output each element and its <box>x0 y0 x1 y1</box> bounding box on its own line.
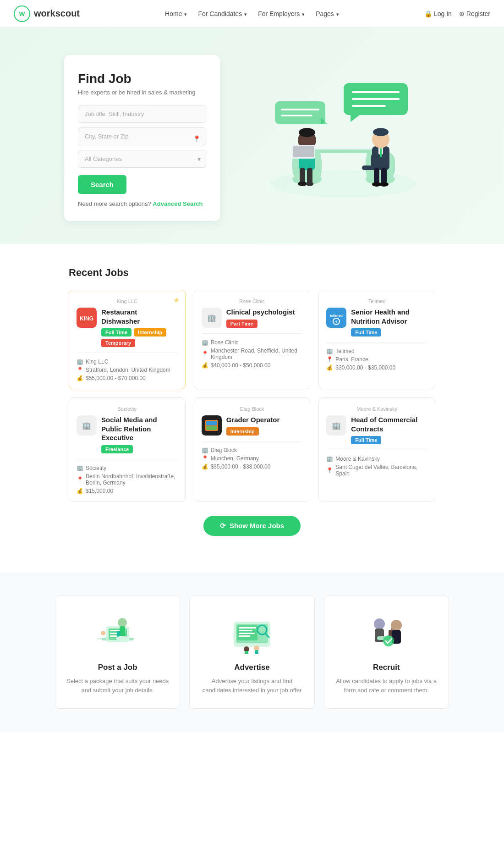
chevron-down-icon <box>335 10 339 17</box>
job-title: Clinical psychologist <box>226 308 295 317</box>
logo-text: workscout <box>34 8 80 19</box>
company-meta-row: 🏢 King LLC <box>77 359 178 365</box>
job-card[interactable]: Diag Block Grader Operator Internship 🏢 … <box>194 397 311 502</box>
nav-employers[interactable]: For Employers <box>258 10 305 17</box>
job-badge: Full Time <box>351 328 381 336</box>
svg-text:🏢: 🏢 <box>82 421 91 430</box>
show-more-wrap: ⟳ Show More Jobs <box>69 516 435 536</box>
job-badge: Full Time <box>101 328 131 336</box>
salary-meta: $40,000.00 - $50,000.00 <box>211 362 271 369</box>
svg-text:+: + <box>335 320 338 324</box>
salary-icon: 💰 <box>202 362 208 369</box>
feature-illustration <box>95 612 141 654</box>
job-badges: Part Time <box>226 320 295 328</box>
nav-home[interactable]: Home <box>165 10 187 17</box>
location-meta-row: 📍 Berlin Nordbahnhof, Invalidenstraße, B… <box>77 473 178 486</box>
svg-rect-19 <box>293 146 314 157</box>
svg-rect-64 <box>97 638 115 640</box>
job-title-input[interactable] <box>78 105 206 123</box>
location-icon: 📍 <box>77 476 83 483</box>
company-logo: KING <box>77 308 97 328</box>
location-meta: Munchen, Germany <box>211 455 259 462</box>
job-badges: Full Time <box>351 436 427 444</box>
hero-svg <box>261 74 426 202</box>
job-card[interactable]: Societity 🏢 Social Media and Public Rela… <box>69 397 186 502</box>
job-card-header: 🏢 Social Media and Public Relation Execu… <box>77 415 178 453</box>
location-input[interactable] <box>78 127 206 145</box>
svg-rect-70 <box>239 633 255 634</box>
feature-title: Recruit <box>335 663 438 672</box>
job-meta: 🏢 Rose Clinic 📍 Manchester Road, Sheffie… <box>202 339 303 369</box>
show-more-button[interactable]: ⟳ Show More Jobs <box>203 516 301 536</box>
salary-meta: $55,000.00 - $70,000.00 <box>86 375 146 381</box>
company-meta: Moore & Kavinsky <box>335 456 380 462</box>
company-meta: King LLC <box>86 359 108 365</box>
job-card[interactable]: Rose Clinic 🏢 Clinical psychologist Part… <box>194 290 311 389</box>
salary-meta-row: 💰 $35,000.00 - $38,000.00 <box>202 463 303 470</box>
nav-pages[interactable]: Pages <box>316 10 339 17</box>
building-icon: 🏢 <box>202 339 208 346</box>
salary-icon: 💰 <box>202 463 208 470</box>
category-select[interactable]: All Categories <box>78 150 206 168</box>
building-icon: 🏢 <box>326 456 333 462</box>
job-card-header: KING Restaurant Dishwasher Full TimeInte… <box>77 308 178 347</box>
feature-title: Advertise <box>201 663 303 672</box>
company-logo: 🏢 <box>202 308 222 328</box>
chevron-down-icon <box>183 10 187 17</box>
job-badge: Part Time <box>226 320 257 328</box>
svg-point-84 <box>391 620 402 631</box>
logo-letter: w <box>19 10 25 18</box>
job-card[interactable]: Moore & Kavinsky 🏢 Head of Commercial Co… <box>318 397 435 502</box>
company-meta: Telimed <box>335 348 354 354</box>
search-button[interactable]: Search <box>78 175 126 194</box>
company-name-top: Moore & Kavinsky <box>326 406 427 412</box>
navbar: w workscout Home For Candidates For Empl… <box>0 0 504 28</box>
divider <box>202 333 303 334</box>
svg-point-86 <box>383 635 394 646</box>
job-card[interactable]: ★ King LLC KING Restaurant Dishwasher Fu… <box>69 290 186 389</box>
svg-rect-78 <box>255 650 258 654</box>
login-link[interactable]: 🔒 Log In <box>424 10 452 17</box>
salary-meta-row: 💰 $30,000.00 - $35,000.00 <box>326 364 427 371</box>
svg-point-63 <box>101 631 105 635</box>
register-link[interactable]: ⊕ Register <box>459 10 490 17</box>
job-card[interactable]: Telimed telimed+ Senior Health and Nutri… <box>318 290 435 389</box>
refresh-icon: ⟳ <box>220 522 226 530</box>
salary-icon: 💰 <box>77 488 83 494</box>
salary-icon: 💰 <box>326 364 333 371</box>
company-meta-row: 🏢 Diag Block <box>202 447 303 453</box>
svg-rect-71 <box>239 635 250 637</box>
location-meta: Paris, France <box>335 356 368 363</box>
salary-meta-row: 💰 $55,000.00 - $70,000.00 <box>77 375 178 381</box>
svg-point-22 <box>298 182 307 186</box>
job-badges: Full Time <box>351 328 427 336</box>
job-title: Grader Operator <box>226 415 280 425</box>
job-badges: Internship <box>226 427 280 436</box>
salary-meta: $35,000.00 - $38,000.00 <box>211 463 271 470</box>
building-icon: 🏢 <box>326 348 333 354</box>
feature-description: Advertise your listings and find candida… <box>201 677 303 696</box>
svg-marker-5 <box>351 115 360 122</box>
job-meta: 🏢 Societity 📍 Berlin Nordbahnhof, Invali… <box>77 465 178 494</box>
location-meta: Berlin Nordbahnhof, Invalidenstraße, Ber… <box>86 473 178 486</box>
job-badge: Full Time <box>351 436 381 444</box>
company-name-top: King LLC <box>77 298 178 304</box>
logo-link[interactable]: w workscout <box>14 6 80 22</box>
svg-rect-6 <box>275 101 325 124</box>
building-icon: 🏢 <box>77 359 83 365</box>
location-icon: 📍 <box>326 467 333 474</box>
divider <box>202 441 303 441</box>
job-badges: Full TimeInternshipTemporary <box>101 328 178 347</box>
job-card-header: 🏢 Clinical psychologist Part Time <box>202 308 303 328</box>
location-meta-row: 📍 Paris, France <box>326 356 427 363</box>
advanced-search-link[interactable]: Advanced Search <box>153 200 203 207</box>
svg-point-79 <box>374 618 385 629</box>
job-title: Senior Health and Nutrition Advisor <box>351 308 427 325</box>
job-meta: 🏢 Diag Block 📍 Munchen, Germany 💰 $35,00… <box>202 447 303 470</box>
nav-candidates[interactable]: For Candidates <box>198 10 247 17</box>
location-pin-icon: 📍 <box>193 135 201 143</box>
svg-point-23 <box>306 182 313 186</box>
jobs-grid: ★ King LLC KING Restaurant Dishwasher Fu… <box>69 290 435 502</box>
svg-rect-32 <box>362 165 376 170</box>
location-meta: Stratford, London, United Kingdom <box>86 367 170 373</box>
